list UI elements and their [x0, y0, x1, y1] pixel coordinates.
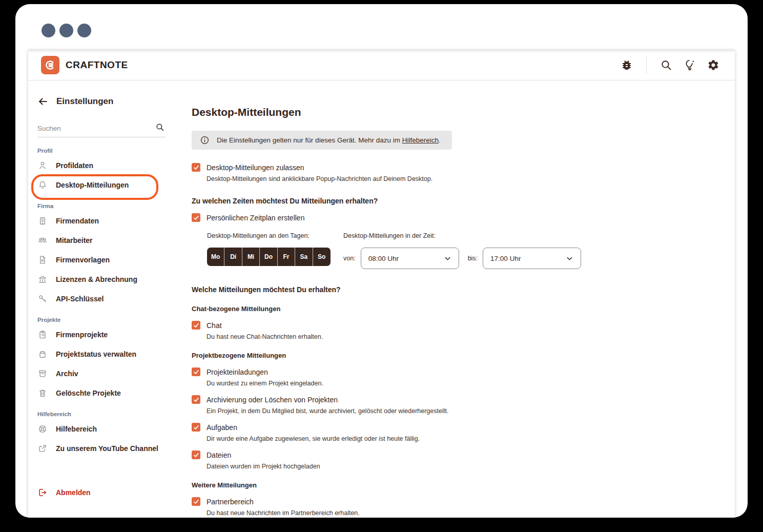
sidebar-item-desktop-mitteilungen[interactable]: Desktop-Mitteilungen	[37, 175, 166, 195]
bug-icon[interactable]	[621, 59, 633, 71]
checkbox[interactable]	[192, 367, 200, 376]
box-icon	[37, 349, 48, 359]
time-to-value: 17:00 Uhr	[490, 255, 521, 262]
checkbox-row-chat[interactable]: Chat	[192, 321, 714, 330]
search-icon[interactable]	[660, 59, 672, 71]
banner-text: Die Einstellungen gelten nur für dieses …	[217, 136, 441, 144]
checkbox[interactable]	[192, 321, 200, 330]
checkbox-description: Ein Projekt, in dem Du Mitglied bist, wu…	[207, 407, 714, 415]
sidebar-section-label: Hilfebereich	[37, 411, 166, 417]
sidebar-item-firmenprojekte[interactable]: Firmenprojekte	[37, 325, 166, 344]
sidebar-item-archiv[interactable]: Archiv	[37, 364, 166, 383]
search-input[interactable]	[37, 122, 166, 137]
notification-item: Chat Du hast neue Chat-Nachrichten erhal…	[192, 321, 714, 340]
day-so-button[interactable]: So	[313, 248, 331, 266]
checkbox-label: Aufgaben	[207, 423, 237, 432]
checkbox-label: Archivierung oder Löschen von Projekten	[207, 396, 338, 404]
from-label: von:	[343, 255, 356, 262]
sidebar-item-profildaten[interactable]: Profildaten	[37, 156, 166, 175]
notification-item: Partnerbereich Du hast neue Nachrichten …	[192, 497, 714, 517]
window-controls	[15, 4, 748, 37]
hilfebereich-link[interactable]: Hilfebereich	[402, 136, 439, 144]
day-sa-button[interactable]: Sa	[295, 248, 313, 266]
checkbox[interactable]	[192, 423, 200, 432]
time-from-select[interactable]: 08:00 Uhr	[361, 248, 459, 269]
checkbox-label: Partnerbereich	[207, 498, 254, 506]
checkbox[interactable]	[192, 163, 200, 172]
day-mo-button[interactable]: Mo	[207, 248, 224, 266]
sidebar-item-label: Firmenvorlagen	[56, 256, 110, 264]
sidebar-item-label: Zu unserem YouTube Channel	[56, 444, 158, 453]
info-icon	[200, 135, 210, 145]
day-do-button[interactable]: Do	[260, 248, 277, 266]
checkbox-row-aufgaben[interactable]: Aufgaben	[192, 423, 714, 432]
sidebar-item-api-schl-ssel[interactable]: API-Schlüssel	[37, 289, 166, 309]
checkbox-description: Dir wurde eine Aufgabe zugewiesen, sie w…	[207, 435, 714, 442]
sidebar-item-projektstatus-verwalten[interactable]: Projektstatus verwalten	[37, 344, 166, 364]
app-window: CRAFTNOTE	[15, 4, 748, 518]
day-fr-button[interactable]: Fr	[278, 248, 295, 266]
checkbox-label: Persönlichen Zeitplan erstellen	[207, 214, 304, 222]
checkbox-label: Dateien	[207, 451, 231, 459]
day-selector: MoDiMiDoFrSaSo	[207, 248, 331, 266]
settings-icon[interactable]	[707, 59, 719, 71]
document-icon	[37, 255, 48, 265]
app-header: CRAFTNOTE	[28, 50, 735, 80]
checkbox-row-personlichen-zeitplan-erstellen[interactable]: Persönlichen Zeitplan erstellen	[192, 213, 714, 222]
time-to-select[interactable]: 17:00 Uhr	[483, 248, 581, 269]
sidebar-sections: Profil Profildaten Desktop-Mitteilungen …	[37, 148, 166, 458]
checkbox-label: Chat	[207, 321, 222, 330]
checkbox[interactable]	[192, 213, 200, 222]
back-arrow-icon	[37, 96, 49, 107]
days-label: Desktop-Mitteilungen an den Tagen:	[207, 232, 343, 239]
main-content: Desktop-Mitteilungen Die Einstellungen g…	[166, 80, 735, 518]
sidebar-item-mitarbeiter[interactable]: Mitarbeiter	[37, 231, 166, 250]
sidebar-item-label: Archiv	[56, 370, 78, 378]
brand-name: CRAFTNOTE	[66, 59, 128, 71]
window-dot	[42, 24, 55, 37]
checkbox-row-desktop-mitteilungen-zulassen[interactable]: Desktop-Mitteilungen zulassen	[192, 163, 714, 172]
window-dot	[77, 24, 91, 37]
checkbox[interactable]	[192, 451, 200, 459]
user-icon	[37, 160, 48, 171]
clipboard-icon	[37, 330, 48, 340]
checkbox-row-partnerbereich[interactable]: Partnerbereich	[192, 497, 714, 506]
sidebar-item-hilfebereich[interactable]: Hilfebereich	[37, 419, 166, 439]
sidebar-item-zu-unserem-youtube-channel[interactable]: Zu unserem YouTube Channel	[37, 439, 166, 458]
checkbox-row-dateien[interactable]: Dateien	[192, 451, 714, 459]
building-icon	[37, 216, 48, 226]
sidebar-item-label: Gelöschte Projekte	[56, 389, 121, 397]
back-button[interactable]: Einstellungen	[37, 96, 166, 107]
sidebar-item-firmenvorlagen[interactable]: Firmenvorlagen	[37, 250, 166, 270]
people-icon	[37, 235, 48, 245]
info-banner: Die Einstellungen gelten nur für dieses …	[192, 131, 452, 150]
craftnote-logo-icon	[41, 56, 59, 74]
day-mi-button[interactable]: Mi	[242, 248, 260, 266]
sidebar-section-label: Projekte	[37, 317, 166, 323]
checkbox-row-projekteinladungen[interactable]: Projekteinladungen	[192, 367, 714, 376]
sidebar-item-label: Hilfebereich	[56, 425, 97, 433]
header-divider	[646, 56, 647, 74]
sidebar-item-gel-schte-projekte[interactable]: Gelöschte Projekte	[37, 383, 166, 403]
idea-icon[interactable]	[684, 59, 696, 71]
sidebar-section-label: Firma	[37, 203, 166, 209]
day-di-button[interactable]: Di	[224, 248, 242, 266]
sidebar-item-abmelden[interactable]: Abmelden	[37, 483, 166, 502]
logout-label: Abmelden	[56, 488, 91, 497]
group-heading: Chat-bezogene Mitteilungen	[192, 305, 714, 313]
logout-icon	[37, 487, 48, 498]
sidebar-item-label: Firmenprojekte	[56, 331, 108, 339]
checkbox-description: Dateien wurden im Projekt hochgeladen	[207, 463, 714, 470]
sidebar-title: Einstellungen	[56, 96, 113, 107]
checkbox-description: Du hast neue Chat-Nachrichten erhalten.	[207, 333, 714, 340]
checkbox-row-archivierung-oder-l-schen-von-projekten[interactable]: Archivierung oder Löschen von Projekten	[192, 395, 714, 404]
checkbox[interactable]	[192, 395, 200, 404]
external-icon	[37, 443, 48, 454]
sidebar-item-lizenzen-abrechnung[interactable]: Lizenzen & Abrechnung	[37, 270, 166, 289]
time-from-value: 08:00 Uhr	[368, 255, 399, 262]
checkbox[interactable]	[192, 497, 200, 506]
app-frame: CRAFTNOTE	[28, 50, 735, 518]
sidebar-item-firmendaten[interactable]: Firmendaten	[37, 211, 166, 231]
which-question: Welche Mitteilungen möchtest Du erhalten…	[192, 285, 714, 294]
key-icon	[37, 294, 48, 304]
